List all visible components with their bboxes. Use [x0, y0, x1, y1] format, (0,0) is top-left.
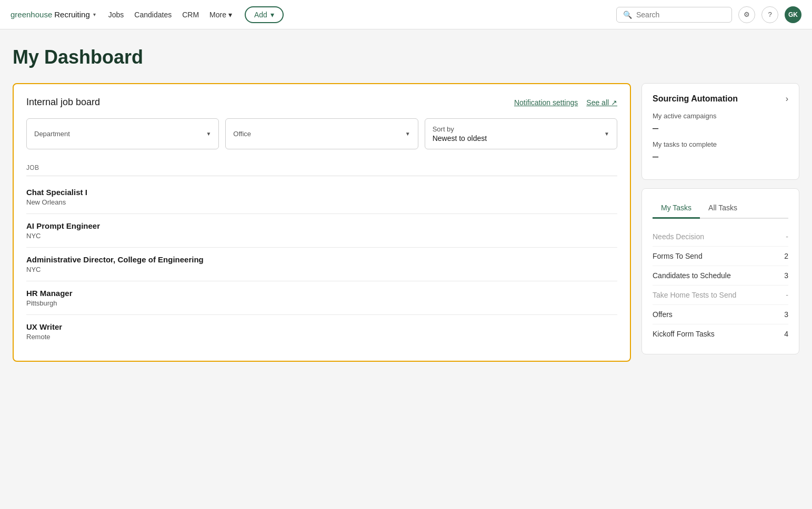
add-chevron-icon: ▾ [270, 11, 274, 19]
task-value-0: - [786, 232, 788, 241]
notification-settings-link[interactable]: Notification settings [514, 98, 578, 107]
office-filter[interactable]: Office ▼ [225, 118, 418, 149]
department-filter[interactable]: Department ▼ [26, 118, 219, 149]
greenhouse-text: greenhouse [11, 10, 52, 19]
task-label-3: Take Home Tests to Send [653, 291, 736, 299]
task-value-4: 3 [784, 310, 788, 319]
tasks-tabs: My Tasks All Tasks [653, 199, 788, 219]
task-row-3[interactable]: Take Home Tests to Send - [653, 286, 788, 305]
see-all-link[interactable]: See all ↗ [586, 98, 617, 107]
job-board-links: Notification settings See all ↗ [514, 98, 617, 107]
sidebar-right: Sourcing Automation › My active campaign… [641, 83, 799, 362]
nav-crm[interactable]: CRM [182, 11, 199, 19]
settings-icon-button[interactable]: ⚙ [738, 6, 755, 23]
logo[interactable]: greenhouse Recruiting ▾ [11, 10, 96, 19]
job-title-2: Administrative Director, College of Engi… [26, 255, 617, 264]
sourcing-header: Sourcing Automation › [653, 94, 788, 104]
search-icon: 🔍 [623, 11, 632, 19]
avatar[interactable]: GK [785, 6, 801, 23]
sort-by-value: Newest to oldest [433, 134, 487, 142]
tasks-complete-value: – [653, 150, 788, 162]
add-button[interactable]: Add ▾ [245, 6, 284, 23]
active-campaigns-label: My active campaigns [653, 112, 788, 120]
my-tasks-tab[interactable]: My Tasks [653, 199, 700, 219]
nav-right: 🔍 ⚙ ? GK [616, 6, 801, 23]
job-location-2: NYC [26, 266, 617, 273]
active-campaigns-stat: My active campaigns – [653, 112, 788, 134]
recruiting-text: Recruiting [54, 10, 90, 19]
job-item-1[interactable]: AI Prompt Engineer NYC [26, 214, 617, 248]
job-item-3[interactable]: HR Manager Pittsburgh [26, 281, 617, 315]
task-label-5: Kickoff Form Tasks [653, 330, 715, 338]
job-board-card: Internal job board Notification settings… [13, 83, 631, 362]
office-label: Office [233, 130, 251, 138]
job-column-header: Job [26, 160, 617, 176]
tasks-card: My Tasks All Tasks Needs Decision - Form… [641, 188, 799, 354]
navigation: greenhouse Recruiting ▾ Jobs Candidates … [0, 0, 812, 29]
more-chevron-icon: ▾ [228, 11, 232, 19]
nav-more[interactable]: More ▾ [209, 11, 232, 19]
sort-filter[interactable]: Sort by Newest to oldest ▼ [425, 118, 617, 149]
filters: Department ▼ Office ▼ Sort by Newest to … [26, 118, 617, 149]
search-box[interactable]: 🔍 [616, 7, 732, 23]
task-value-2: 3 [784, 271, 788, 280]
task-label-0: Needs Decision [653, 232, 704, 241]
job-board-title: Internal job board [26, 97, 100, 108]
sourcing-title: Sourcing Automation [653, 94, 738, 104]
task-label-1: Forms To Send [653, 252, 703, 260]
logo-chevron: ▾ [93, 12, 96, 17]
job-location-1: NYC [26, 232, 617, 240]
sort-chevron-icon: ▼ [604, 131, 609, 137]
job-item-2[interactable]: Administrative Director, College of Engi… [26, 248, 617, 281]
task-label-2: Candidates to Schedule [653, 271, 731, 280]
tasks-complete-stat: My tasks to complete – [653, 140, 788, 162]
help-icon: ? [768, 11, 771, 18]
task-row-1[interactable]: Forms To Send 2 [653, 247, 788, 266]
department-chevron-icon: ▼ [206, 131, 211, 137]
job-location-3: Pittsburgh [26, 299, 617, 307]
nav-jobs[interactable]: Jobs [108, 11, 124, 19]
dashboard-grid: Internal job board Notification settings… [13, 83, 799, 362]
office-chevron-icon: ▼ [405, 131, 410, 137]
job-title-4: UX Writer [26, 322, 617, 331]
job-location-4: Remote [26, 333, 617, 341]
main-content: My Dashboard Internal job board Notifica… [0, 29, 812, 379]
job-item-4[interactable]: UX Writer Remote [26, 315, 617, 348]
task-value-5: 4 [784, 330, 788, 338]
task-row-5[interactable]: Kickoff Form Tasks 4 [653, 324, 788, 343]
job-item-0[interactable]: Chat Specialist I New Orleans [26, 180, 617, 214]
task-value-3: - [786, 291, 788, 299]
task-row-2[interactable]: Candidates to Schedule 3 [653, 266, 788, 286]
sourcing-card: Sourcing Automation › My active campaign… [641, 83, 799, 180]
all-tasks-tab[interactable]: All Tasks [700, 199, 746, 219]
sourcing-chevron-icon[interactable]: › [786, 94, 788, 104]
job-title-1: AI Prompt Engineer [26, 221, 617, 230]
page-title: My Dashboard [13, 46, 799, 68]
job-location-0: New Orleans [26, 198, 617, 206]
nav-links: Jobs Candidates CRM More ▾ [108, 11, 232, 19]
active-campaigns-value: – [653, 122, 788, 134]
gear-icon: ⚙ [744, 11, 750, 18]
job-title-3: HR Manager [26, 289, 617, 298]
task-value-1: 2 [784, 252, 788, 260]
help-icon-button[interactable]: ? [761, 6, 778, 23]
task-row-0[interactable]: Needs Decision - [653, 227, 788, 247]
job-title-0: Chat Specialist I [26, 188, 617, 197]
job-board-header: Internal job board Notification settings… [26, 97, 617, 108]
tasks-complete-label: My tasks to complete [653, 140, 788, 148]
nav-candidates[interactable]: Candidates [134, 11, 172, 19]
sort-by-label: Sort by [433, 125, 487, 133]
search-input[interactable] [636, 11, 725, 19]
task-label-4: Offers [653, 310, 673, 319]
department-label: Department [34, 130, 70, 138]
task-row-4[interactable]: Offers 3 [653, 305, 788, 324]
